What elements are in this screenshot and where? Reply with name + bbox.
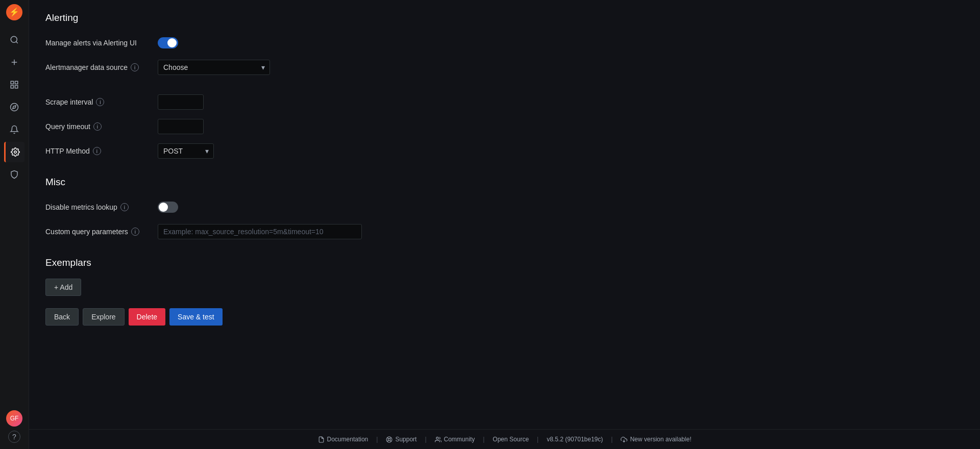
manage-alerts-row: Manage alerts via Alerting UI (45, 34, 964, 52)
svg-point-12 (14, 151, 16, 154)
query-timeout-input[interactable]: 60s (158, 119, 204, 134)
svg-text:⚡: ⚡ (9, 7, 19, 17)
download-icon (621, 436, 627, 443)
disable-metrics-knob (159, 203, 168, 212)
disable-metrics-info-icon[interactable]: i (120, 203, 129, 211)
save-test-button[interactable]: Save & test (169, 308, 223, 326)
alertmanager-row: Alertmanager data source i Choose (45, 58, 964, 77)
alertmanager-info-icon[interactable]: i (131, 63, 139, 71)
svg-point-14 (388, 438, 390, 440)
community-icon (435, 436, 442, 443)
http-method-select-wrapper: POST GET (158, 143, 214, 159)
svg-point-19 (436, 437, 438, 439)
delete-button[interactable]: Delete (129, 308, 165, 326)
manage-alerts-knob (167, 38, 177, 47)
footer-divider-4: | (537, 436, 538, 443)
sidebar-item-explore[interactable] (4, 97, 24, 117)
query-timeout-row: Query timeout i 60s (45, 117, 964, 136)
footer-divider-3: | (483, 436, 484, 443)
sidebar-item-shield[interactable] (4, 164, 24, 185)
footer-divider-2: | (425, 436, 426, 443)
scrape-interval-input[interactable]: 15s (158, 94, 204, 110)
footer-new-version-link[interactable]: New version available! (621, 436, 691, 443)
sidebar-item-search[interactable] (4, 30, 24, 50)
action-buttons: Back Explore Delete Save & test (45, 308, 964, 326)
disable-metrics-row: Disable metrics lookup i (45, 198, 964, 216)
divider-1 (45, 83, 964, 93)
sidebar-item-settings[interactable] (4, 142, 24, 162)
custom-query-row: Custom query parameters i (45, 222, 964, 241)
query-timeout-label: Query timeout i (45, 122, 158, 131)
disable-metrics-toggle[interactable] (158, 202, 178, 213)
svg-point-10 (11, 104, 18, 111)
footer-documentation-link[interactable]: Documentation (318, 436, 369, 443)
main-content: Alerting Manage alerts via Alerting UI A… (29, 0, 980, 449)
divider-3 (45, 247, 964, 257)
manage-alerts-toggle[interactable] (158, 37, 178, 48)
content-area: Alerting Manage alerts via Alerting UI A… (29, 0, 980, 429)
scrape-interval-label: Scrape interval i (45, 98, 158, 106)
svg-line-15 (387, 437, 388, 438)
explore-button[interactable]: Explore (83, 308, 124, 326)
back-button[interactable]: Back (45, 308, 79, 326)
footer-version: v8.5.2 (90701be19c) (547, 436, 603, 443)
sidebar-item-create[interactable] (4, 52, 24, 72)
alertmanager-select-wrapper: Choose (158, 60, 270, 75)
sidebar-item-dashboards[interactable] (4, 74, 24, 95)
svg-rect-7 (15, 81, 18, 84)
add-exemplar-button[interactable]: + Add (45, 279, 81, 296)
custom-query-info-icon[interactable]: i (131, 228, 139, 236)
sidebar: ⚡ GF ? (0, 0, 29, 449)
http-method-select[interactable]: POST GET (158, 143, 214, 159)
footer-opensource-link[interactable]: Open Source (493, 436, 529, 443)
custom-query-input[interactable] (158, 224, 362, 239)
manage-alerts-label: Manage alerts via Alerting UI (45, 39, 158, 47)
avatar[interactable]: GF (6, 410, 22, 427)
http-method-label: HTTP Method i (45, 147, 158, 155)
scrape-interval-info-icon[interactable]: i (96, 98, 104, 106)
sidebar-item-alerting[interactable] (4, 119, 24, 140)
alertmanager-select[interactable]: Choose (158, 60, 270, 75)
svg-line-17 (390, 437, 391, 438)
sidebar-logo[interactable]: ⚡ (6, 4, 22, 20)
svg-marker-11 (13, 106, 16, 109)
grafana-logo-icon: ⚡ (6, 4, 22, 20)
svg-line-18 (387, 440, 388, 441)
svg-rect-8 (11, 86, 13, 88)
http-method-info-icon[interactable]: i (93, 147, 101, 155)
footer-divider-1: | (376, 436, 378, 443)
svg-line-16 (390, 440, 391, 441)
scrape-interval-row: Scrape interval i 15s (45, 93, 964, 111)
svg-point-2 (11, 36, 17, 42)
support-icon (386, 436, 393, 443)
alertmanager-label: Alertmanager data source i (45, 63, 158, 71)
http-method-row: HTTP Method i POST GET (45, 142, 964, 160)
alerting-title: Alerting (45, 12, 964, 23)
svg-rect-9 (15, 86, 18, 88)
svg-rect-6 (11, 81, 13, 84)
documentation-icon (318, 436, 325, 443)
svg-line-3 (16, 41, 17, 43)
sidebar-item-help[interactable]: ? (8, 431, 20, 443)
misc-title: Misc (45, 177, 964, 188)
query-timeout-info-icon[interactable]: i (93, 122, 102, 131)
footer-community-link[interactable]: Community (435, 436, 475, 443)
exemplars-title: Exemplars (45, 257, 964, 268)
divider-2 (45, 166, 964, 177)
disable-metrics-label: Disable metrics lookup i (45, 203, 158, 211)
footer: Documentation | Support | Community | Op… (29, 429, 980, 449)
footer-divider-5: | (611, 436, 612, 443)
footer-support-link[interactable]: Support (386, 436, 416, 443)
custom-query-label: Custom query parameters i (45, 228, 158, 236)
